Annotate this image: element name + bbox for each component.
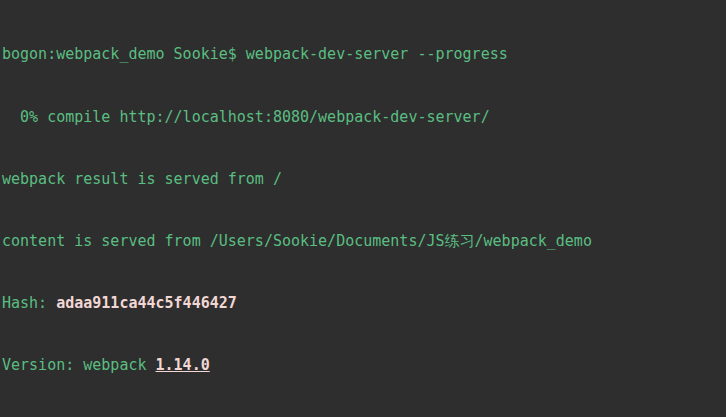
compile-progress-line: 0% compile http://localhost:8080/webpack… bbox=[2, 107, 726, 128]
version-value: 1.14.0 bbox=[156, 356, 210, 374]
version-label: Version: webpack bbox=[2, 356, 156, 374]
hash-value: adaa911ca44c5f446427 bbox=[56, 294, 237, 312]
content-served-text: content is served from /Users/Sookie/Doc… bbox=[2, 232, 592, 250]
content-served-line: content is served from /Users/Sookie/Doc… bbox=[2, 231, 726, 252]
compile-progress-text: 0% compile http://localhost:8080/webpack… bbox=[2, 108, 490, 126]
hash-label: Hash: bbox=[2, 294, 56, 312]
version-line: Version: webpack 1.14.0 bbox=[2, 355, 726, 376]
hash-line: Hash: adaa911ca44c5f446427 bbox=[2, 293, 726, 314]
result-served-line: webpack result is served from / bbox=[2, 169, 726, 190]
result-served-text: webpack result is served from / bbox=[2, 170, 282, 188]
shell-command-text: bogon:webpack_demo Sookie$ webpack-dev-s… bbox=[2, 45, 508, 63]
terminal-screen[interactable]: bogon:webpack_demo Sookie$ webpack-dev-s… bbox=[0, 0, 726, 417]
shell-prompt-line: bogon:webpack_demo Sookie$ webpack-dev-s… bbox=[2, 44, 726, 65]
